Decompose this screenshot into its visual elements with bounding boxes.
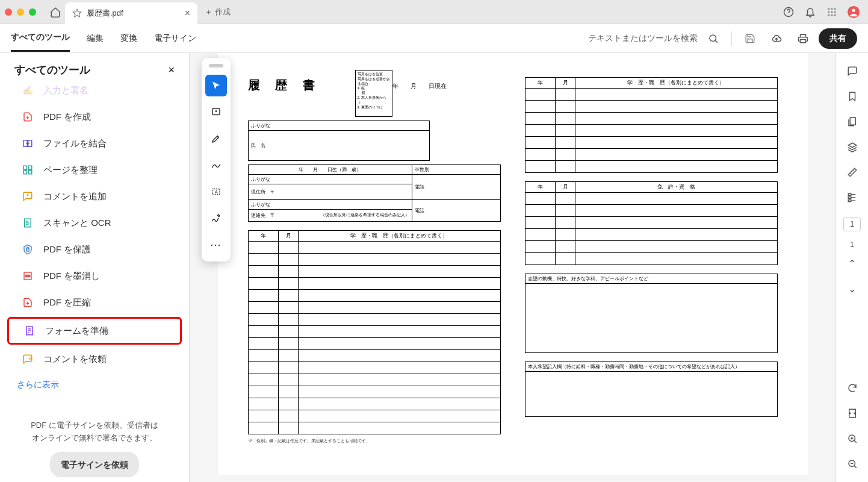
close-panel-button[interactable]: ×: [168, 64, 175, 77]
page-down-button[interactable]: ⌄: [842, 278, 863, 299]
footnote: ※「性別」欄：記載は任意です。未記載とすることも可能です。: [248, 438, 501, 444]
tool-compress[interactable]: PDF を圧縮: [7, 290, 182, 315]
tool-create-pdf[interactable]: PDF を作成: [7, 105, 182, 129]
tool-label: 入力と署名: [43, 85, 88, 96]
tool-request-comment[interactable]: コメントを依頼: [7, 347, 182, 371]
page-up-button[interactable]: ⌃: [842, 252, 863, 274]
measure-button[interactable]: [842, 161, 863, 183]
tools-panel: すべてのツール × ✍入力と署名 PDF を作成 ファイルを結合 ページを整理 …: [0, 53, 190, 482]
edu-right-table: 年月学 歴・職 歴（各別にまとめて書く）: [525, 77, 778, 173]
note-tool[interactable]: [205, 101, 227, 123]
bell-icon: [805, 7, 816, 17]
account-button[interactable]: [844, 2, 863, 22]
fit-icon: [847, 408, 858, 419]
zoom-out-button[interactable]: [842, 453, 863, 475]
right-rail: 1 1 ⌃ ⌄: [835, 53, 868, 482]
new-tab-label: 作成: [215, 7, 231, 17]
new-tab-button[interactable]: ＋ 作成: [197, 3, 238, 21]
document-viewport[interactable]: A ⋯ 履 歴 書 年 月 日現在 写真をはる位置写真をはる必要がある場合1. …: [190, 53, 835, 482]
svg-rect-19: [29, 171, 32, 174]
chevron-up-icon: ⌃: [848, 258, 856, 269]
request-esign-button[interactable]: 電子サインを依頼: [50, 452, 139, 477]
tool-organize[interactable]: ページを整理: [7, 158, 182, 182]
svg-rect-13: [801, 39, 806, 42]
menu-esign[interactable]: 電子サイン: [154, 26, 196, 51]
svg-point-6: [834, 11, 836, 13]
layers-button[interactable]: [842, 136, 863, 158]
drag-handle[interactable]: [209, 64, 223, 67]
menu-edit[interactable]: 編集: [87, 26, 104, 51]
organize-icon: [22, 164, 34, 176]
structure-button[interactable]: [842, 187, 863, 208]
tool-combine[interactable]: ファイルを結合: [7, 131, 182, 155]
pages-button[interactable]: [842, 111, 863, 133]
close-tab-button[interactable]: ×: [185, 8, 190, 19]
print-icon: [798, 33, 808, 44]
tool-prepare-form[interactable]: フォームを準備: [7, 317, 182, 345]
svg-point-8: [831, 14, 833, 16]
search-button[interactable]: [702, 28, 724, 49]
tool-fill-sign[interactable]: ✍入力と署名: [7, 78, 182, 102]
textbox-tool[interactable]: A: [205, 181, 227, 202]
tool-scan-ocr[interactable]: スキャンと OCR: [7, 211, 182, 235]
highlighter-icon: [211, 133, 222, 144]
note-icon: [211, 107, 222, 117]
fit-width-button[interactable]: [842, 402, 863, 424]
svg-rect-31: [848, 200, 851, 202]
svg-point-4: [828, 11, 829, 13]
tool-add-comment[interactable]: コメントを追加: [7, 184, 182, 208]
help-button[interactable]: [779, 2, 798, 22]
svg-rect-29: [848, 193, 851, 195]
zoom-in-icon: [847, 433, 858, 444]
minimize-window[interactable]: [17, 8, 24, 16]
select-tool[interactable]: [205, 75, 227, 96]
home-button[interactable]: [46, 2, 65, 22]
layers-icon: [847, 142, 858, 152]
notifications-button[interactable]: [801, 2, 820, 22]
show-more-link[interactable]: さらに表示: [0, 372, 189, 398]
maximize-window[interactable]: [29, 8, 36, 16]
tool-label: PDF を作成: [43, 111, 91, 123]
save-button[interactable]: [739, 28, 761, 49]
doc-title: 履 歴 書: [248, 77, 321, 93]
motivation-table: 志望の動機、特技、好きな学科、アピールポイントなど: [525, 274, 778, 353]
sign-tool[interactable]: [205, 207, 227, 229]
tool-label: PDF を圧縮: [43, 297, 91, 308]
name-table: ふりがな 氏 名: [248, 120, 430, 161]
page-current[interactable]: 1: [843, 217, 861, 231]
comments-panel-button[interactable]: [842, 60, 863, 82]
zoom-in-button[interactable]: [842, 428, 863, 449]
print-button[interactable]: [792, 28, 814, 49]
license-table: 年月免 許・資 格: [525, 181, 778, 265]
compress-icon: [22, 296, 34, 308]
share-button[interactable]: 共有: [819, 28, 857, 49]
tool-redact[interactable]: PDF を墨消し: [7, 264, 182, 288]
tool-protect[interactable]: PDF を保護: [7, 237, 182, 261]
redact-icon: [22, 270, 34, 282]
bookmarks-button[interactable]: [842, 86, 863, 107]
scan-icon: [22, 217, 34, 229]
menu-convert[interactable]: 変換: [120, 26, 137, 51]
photo-placeholder: 写真をはる位置写真をはる必要がある場合1. 縦 横2. 本人単身胸から上3. 裏…: [355, 70, 392, 117]
star-icon: [72, 8, 82, 18]
wish-table: 本人希望記入欄（特に給料・職種・勤務時間・勤務地・その他についての希望などがあれ…: [525, 362, 778, 417]
more-icon: ⋯: [210, 238, 222, 251]
avatar-icon: [847, 5, 860, 19]
draw-tool[interactable]: [205, 154, 227, 176]
apps-button[interactable]: [822, 2, 842, 22]
close-window[interactable]: [5, 8, 12, 16]
cloud-button[interactable]: [766, 28, 787, 49]
floating-toolbar: A ⋯: [202, 58, 231, 261]
separator: [731, 31, 732, 46]
more-tools[interactable]: ⋯: [205, 234, 227, 255]
document-tab[interactable]: 履歴書.pdf ×: [65, 2, 197, 24]
rotate-button[interactable]: [842, 377, 863, 399]
measure-icon: [847, 167, 858, 178]
menu-all-tools[interactable]: すべてのツール: [11, 25, 70, 52]
titlebar: 履歴書.pdf × ＋ 作成: [0, 0, 868, 24]
tool-label: フォームを準備: [45, 325, 108, 337]
highlight-tool[interactable]: [205, 128, 227, 149]
svg-point-2: [831, 8, 833, 10]
tree-icon: [847, 192, 858, 203]
pen-icon: ✍: [22, 84, 34, 96]
